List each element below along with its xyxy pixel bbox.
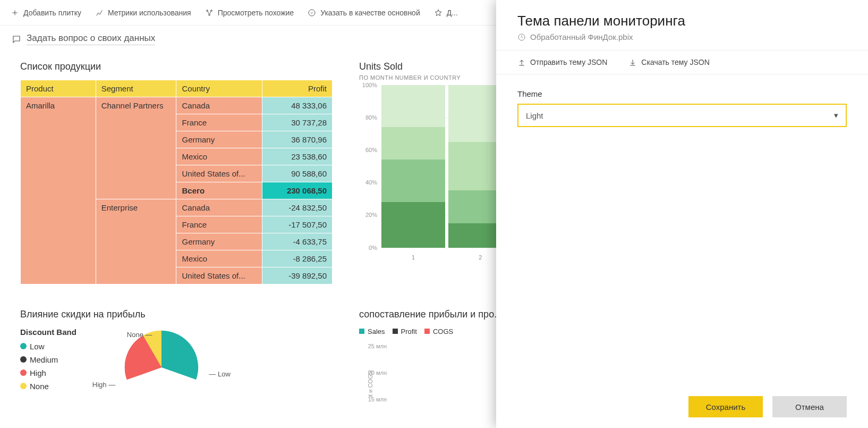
ask-question-input[interactable]: Задать вопрос о своих данных [12, 33, 155, 45]
discount-legend: LowMediumHighNone [20, 342, 76, 391]
view-related-button[interactable]: Просмотреть похожие [205, 9, 294, 17]
theme-panel: Тема панели мониторинга Обработанный Фин… [496, 0, 868, 428]
legend-item[interactable]: High [20, 368, 76, 377]
set-primary-button[interactable]: Указать в качестве основной [308, 9, 420, 17]
col-country[interactable]: Country [176, 80, 262, 97]
add-tile-button[interactable]: Добавить плитку [11, 9, 81, 17]
col-segment[interactable]: Segment [96, 80, 176, 97]
chevron-down-icon: ▾ [834, 111, 838, 120]
panel-subtitle: Обработанный ФинДок.pbix [517, 32, 847, 41]
product-list-card: Список продукции Product Segment Country… [12, 54, 341, 292]
legend-item[interactable]: None [20, 382, 76, 391]
panel-title: Тема панели мониторинга [517, 13, 847, 29]
favorite-button[interactable]: Д... [434, 9, 458, 17]
card-title: Список продукции [20, 61, 333, 72]
cancel-button[interactable]: Отмена [772, 396, 847, 417]
table-row[interactable]: AmarillaChannel PartnersCanada48 333,06 [21, 97, 333, 114]
col-product[interactable]: Product [21, 80, 96, 97]
legend-item[interactable]: COGS [424, 328, 453, 335]
theme-select[interactable]: Light▾ [517, 104, 847, 127]
legend-title: Discount Band [20, 328, 76, 337]
save-button[interactable]: Сохранить [688, 396, 763, 417]
product-table[interactable]: Product Segment Country Profit AmarillaC… [20, 80, 333, 284]
download-theme-button[interactable]: Скачать тему JSON [628, 58, 709, 66]
theme-label: Theme [517, 89, 847, 98]
legend-item[interactable]: Medium [20, 355, 76, 364]
usage-metrics-button[interactable]: Метрики использования [95, 9, 191, 17]
card-title: Влияние скидки на прибыль [20, 309, 333, 320]
col-profit[interactable]: Profit [262, 80, 333, 97]
svg-point-2 [208, 14, 210, 15]
upload-theme-button[interactable]: Отправить тему JSON [517, 58, 607, 66]
legend-item[interactable]: Profit [393, 328, 417, 335]
legend-item[interactable]: Low [20, 342, 76, 351]
pie-chart[interactable]: — Low High — None — [92, 328, 231, 407]
discount-impact-card: Влияние скидки на прибыль Discount Band … [12, 301, 341, 428]
legend-item[interactable]: Sales [359, 328, 385, 335]
